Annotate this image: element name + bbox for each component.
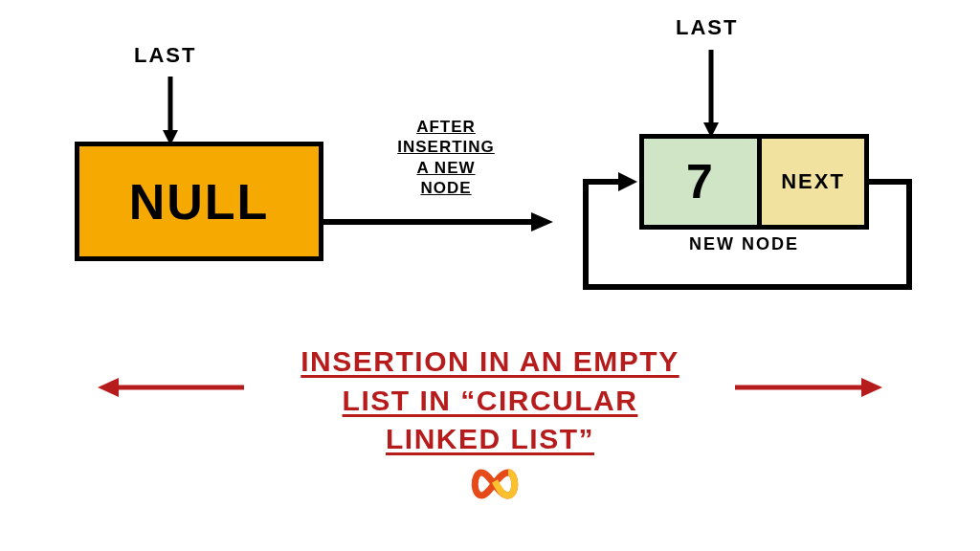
- null-box: NULL: [75, 142, 323, 261]
- title-line-1: Insertion in an empty: [301, 342, 679, 382]
- svg-marker-8: [98, 378, 119, 397]
- caption-l2: Inserting: [397, 138, 495, 156]
- infinity-logo-icon: [469, 469, 521, 499]
- title-line-2: list in “circular: [343, 382, 638, 421]
- last-label-right: Last: [676, 15, 738, 40]
- diagram-title: Insertion in an empty list in “circular …: [241, 342, 739, 459]
- caption-l4: node: [420, 179, 471, 197]
- diagram-root: Last NULL After Inserting a new node Las…: [0, 0, 980, 551]
- caption-l3: a new: [416, 159, 475, 177]
- null-text: NULL: [129, 173, 270, 231]
- arrow-down-icon: [702, 50, 721, 138]
- last-label-left: Last: [134, 43, 196, 68]
- svg-marker-6: [618, 172, 637, 191]
- self-loop-arrow-icon: [574, 143, 938, 316]
- caption-l1: After: [416, 118, 476, 136]
- arrow-down-icon: [161, 77, 180, 145]
- transition-caption: After Inserting a new node: [354, 117, 538, 198]
- svg-marker-3: [531, 212, 553, 231]
- svg-marker-10: [861, 378, 882, 397]
- title-line-3: linked list”: [386, 420, 594, 459]
- arrow-right-icon: [319, 210, 553, 233]
